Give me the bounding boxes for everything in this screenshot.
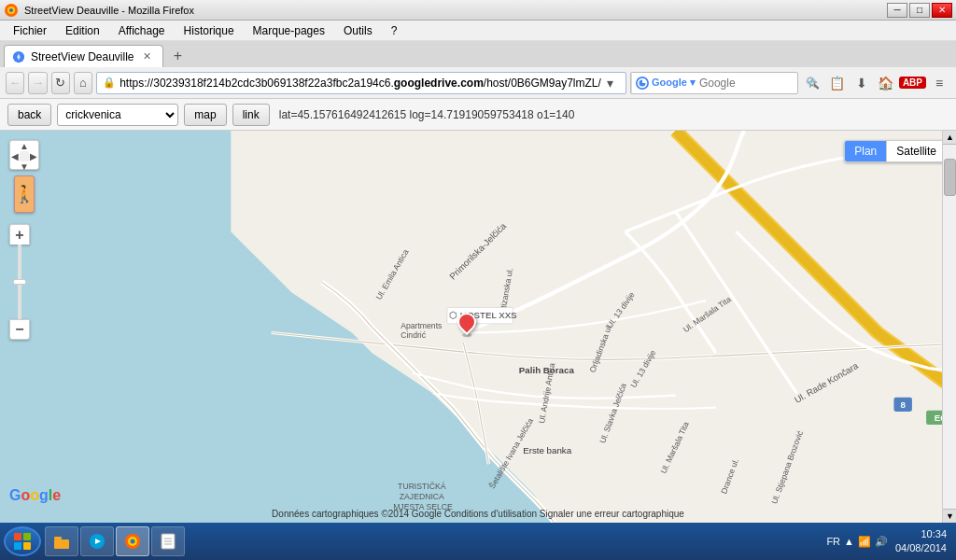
minimize-button[interactable]: ─: [887, 3, 907, 18]
svg-text:TURISTIČKÁ
      ZAJEDNICA
   : TURISTIČKÁ ZAJEDNICA MJESTA SELCE: [393, 482, 453, 511]
svg-rect-37: [54, 537, 62, 539]
new-tab-button[interactable]: +: [167, 45, 190, 67]
close-button[interactable]: ✕: [932, 3, 952, 18]
svg-text:Erste banka: Erste banka: [523, 445, 572, 455]
forward-nav-button[interactable]: →: [28, 72, 47, 94]
svg-text:8: 8: [900, 399, 906, 410]
tab-favicon: [12, 50, 25, 63]
address-bar: ← → ↻ ⌂ 🔒 https://30239318f214b2cdc3b069…: [0, 67, 956, 99]
clock-date: 04/08/2014: [895, 541, 947, 555]
scroll-down-arrow[interactable]: ▼: [943, 509, 956, 523]
scrollbar[interactable]: ▲ ▼: [942, 131, 956, 523]
start-button[interactable]: [4, 526, 41, 556]
search-input[interactable]: [699, 77, 802, 90]
google-logo: Google: [9, 487, 61, 504]
app-toolbar: back crickvenica map link lat=45.1576164…: [0, 99, 956, 131]
zoom-in-button[interactable]: +: [9, 224, 30, 245]
pegman-button[interactable]: 🚶: [14, 175, 35, 213]
svg-point-2: [9, 8, 13, 12]
svg-rect-36: [54, 539, 69, 549]
menu-affichage[interactable]: Affichage: [111, 22, 173, 39]
coordinates-text: lat=45.157616492412615 log=14.7191905975…: [279, 108, 575, 121]
map-svg: Primorilska-Jelčića Ul. Emila Antica Par…: [0, 131, 956, 523]
clock: 10:34 04/08/2014: [895, 527, 947, 556]
menu-edition[interactable]: Edition: [58, 22, 107, 39]
menu-marquepages[interactable]: Marque-pages: [246, 22, 332, 39]
pan-s[interactable]: ▼: [20, 161, 29, 172]
url-text: https://30239318f214b2cdc3b069138f22a3fb…: [120, 77, 601, 90]
zoom-controls: + −: [9, 224, 30, 340]
pan-ne: [29, 141, 38, 151]
menu-outils[interactable]: Outils: [336, 22, 380, 39]
pan-control[interactable]: ▲ ◀ ▶ ▼: [9, 140, 39, 170]
back-button[interactable]: back: [7, 104, 51, 126]
zoom-slider[interactable]: [18, 245, 21, 319]
back-nav-button[interactable]: ←: [6, 72, 24, 94]
pan-w[interactable]: ◀: [10, 151, 20, 161]
notepad-icon: [159, 532, 177, 551]
location-select[interactable]: crickvenica: [57, 104, 178, 126]
window-title: StreetView Deauville - Mozilla Firefox: [24, 5, 194, 16]
map-button[interactable]: map: [184, 104, 226, 126]
title-bar: StreetView Deauville - Mozilla Firefox ─…: [0, 0, 956, 21]
taskbar-items: [45, 526, 826, 556]
zoom-out-button[interactable]: −: [9, 319, 30, 340]
svg-text:Cindrić: Cindrić: [401, 330, 427, 340]
satellite-button[interactable]: Satellite: [887, 141, 946, 161]
taskbar: FR ▲ 📶 🔊 10:34 04/08/2014: [0, 523, 956, 560]
menu-historique[interactable]: Historique: [176, 22, 242, 39]
reload-nav-button[interactable]: ↻: [51, 72, 70, 94]
taskbar-right: FR ▲ 📶 🔊 10:34 04/08/2014: [826, 527, 952, 556]
menu-fichier[interactable]: Fichier: [6, 22, 54, 39]
download-icon[interactable]: ⬇: [851, 72, 873, 94]
plan-button[interactable]: Plan: [845, 141, 887, 161]
google-g-icon: [636, 77, 649, 90]
home-nav-button[interactable]: ⌂: [74, 72, 92, 94]
tab-streetview[interactable]: StreetView Deauville ✕: [4, 45, 163, 67]
system-tray: FR ▲ 📶 🔊: [826, 536, 888, 548]
url-domain: googledrive.com: [394, 77, 484, 90]
url-prefix: https://30239318f214b2cdc3b069138f22a3fb…: [120, 77, 394, 90]
clock-time: 10:34: [895, 527, 947, 541]
maximize-button[interactable]: □: [909, 3, 930, 18]
link-button[interactable]: link: [232, 104, 270, 126]
lock-icon: 🔒: [103, 77, 116, 89]
bookmark-icon[interactable]: ☆: [802, 72, 824, 94]
map-controls: ▲ ◀ ▶ ▼ 🚶: [9, 140, 39, 213]
pan-e[interactable]: ▶: [29, 151, 38, 161]
signal-icon: ▲: [844, 536, 854, 547]
scroll-thumb[interactable]: [944, 159, 956, 196]
title-bar-left: StreetView Deauville - Mozilla Firefox: [4, 3, 194, 18]
firefox-taskbar-icon: [123, 532, 142, 551]
taskbar-media[interactable]: [80, 526, 114, 556]
home-icon[interactable]: 🏠: [875, 72, 897, 94]
map-attribution: Données cartographiques ©2014 Google Con…: [272, 509, 684, 519]
url-bar[interactable]: 🔒 https://30239318f214b2cdc3b069138f22a3…: [96, 72, 626, 94]
scroll-up-arrow[interactable]: ▲: [943, 131, 956, 145]
url-refresh-icon: ▾: [601, 74, 620, 92]
menu-icon[interactable]: ≡: [928, 72, 950, 94]
windows-logo: [14, 533, 31, 550]
pan-nw: [10, 141, 20, 151]
tab-bar: StreetView Deauville ✕ +: [0, 41, 956, 67]
map-type-buttons: Plan Satellite: [844, 140, 947, 162]
pan-n[interactable]: ▲: [20, 141, 29, 151]
taskbar-firefox[interactable]: [116, 526, 149, 556]
menu-help[interactable]: ?: [384, 22, 405, 39]
toolbar-icons: ☆ 📋 ⬇ 🏠 ABP ≡: [802, 72, 950, 94]
search-bar: Google ▾ 🔍: [630, 72, 798, 94]
menu-bar: Fichier Edition Affichage Historique Mar…: [0, 21, 956, 41]
search-engine-selector[interactable]: Google ▾: [631, 73, 699, 93]
tab-close-button[interactable]: ✕: [140, 49, 155, 64]
url-suffix: /host/0B6GM9ay7lmZL/: [484, 77, 601, 90]
marker-pin: [454, 309, 480, 335]
taskbar-explorer[interactable]: [45, 526, 78, 556]
map-container[interactable]: Primorilska-Jelčića Ul. Emila Antica Par…: [0, 131, 956, 523]
media-icon: [88, 532, 106, 551]
zoom-handle: [13, 279, 26, 285]
logo-green: [23, 533, 31, 540]
taskbar-notepad[interactable]: [151, 526, 185, 556]
bookmark-manager-icon[interactable]: 📋: [826, 72, 849, 94]
firefox-icon: [4, 3, 19, 18]
abp-badge[interactable]: ABP: [899, 77, 926, 89]
